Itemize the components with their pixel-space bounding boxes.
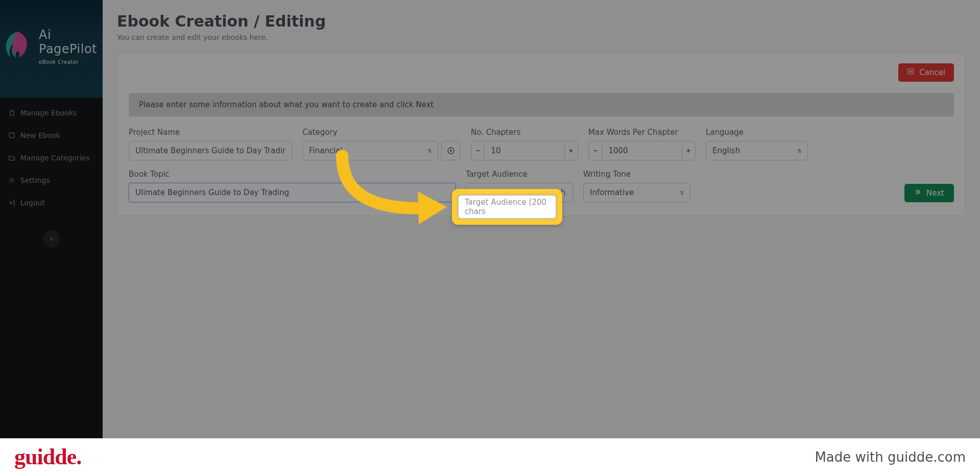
guidde-brand: guidde. [14,444,81,470]
label-writing-tone: Writing Tone [583,170,690,179]
guidde-footer: guidde. Made with guidde.com [0,438,980,475]
maxwords-input[interactable] [602,141,681,160]
writing-tone-select[interactable] [583,183,690,202]
next-button-wrap: Next [701,184,954,202]
guidde-made-with: Made with guidde.com [815,449,966,465]
sidebar-item-label: Manage Categories [20,154,90,162]
page-title: Ebook Creation / Editing [117,12,966,30]
label-target-audience: Target Audience [466,170,573,179]
label-book-topic: Book Topic [129,170,456,179]
book-topic-input[interactable] [129,183,456,202]
category-select[interactable] [302,141,438,160]
field-language: Language ⇅ [706,128,808,160]
label-language: Language [706,128,808,137]
project-name-input[interactable] [129,141,292,160]
field-category: Category ⇅ [302,128,461,160]
maxwords-increment-button[interactable] [682,141,696,160]
chapters-increment-button[interactable] [564,141,578,160]
sidebar-item-logout[interactable]: Logout [0,192,103,214]
next-button[interactable]: Next [904,184,954,202]
sidebar: Ai PagePilot eBook Creator Manage Ebooks… [0,0,103,475]
folder-icon [8,154,15,161]
label-project-name: Project Name [129,128,292,137]
sidebar-item-label: New Ebook [20,131,60,139]
cancel-icon [907,68,914,77]
add-category-button[interactable] [441,141,461,160]
field-book-topic: Book Topic [129,170,456,202]
field-no-chapters: No. Chapters [471,128,578,160]
page-subtitle: You can create and edit your ebooks here… [117,33,966,41]
field-target-audience: Target Audience [466,170,573,202]
svg-point-1 [11,179,13,181]
target-audience-input[interactable] [466,183,573,202]
swirl-icon [0,29,36,65]
sidebar-item-manage-categories[interactable]: Manage Categories [0,147,103,169]
language-select[interactable] [706,141,808,160]
creation-card: Cancel Please enter some information abo… [117,53,966,216]
clipboard-icon [8,109,15,116]
sidebar-item-manage-ebooks[interactable]: Manage Ebooks [0,102,103,124]
chapters-input[interactable] [485,141,564,160]
sidebar-item-label: Manage Ebooks [20,109,77,117]
cancel-label: Cancel [919,68,945,77]
form-row-1: Project Name Category ⇅ [129,128,954,160]
app-root: Ai PagePilot eBook Creator Manage Ebooks… [0,0,980,475]
collapse-sidebar-button[interactable] [43,230,60,248]
label-category: Category [302,128,461,137]
svg-rect-0 [10,110,14,116]
chapters-decrement-button[interactable] [471,141,485,160]
maxwords-decrement-button[interactable] [588,141,602,160]
main-content: Ebook Creation / Editing You can create … [103,0,980,475]
form-row-2: Book Topic Target Audience Writing Tone … [129,170,954,202]
gear-icon [8,177,15,184]
label-max-words: Max Words Per Chapter [588,128,696,137]
sidebar-nav: Manage Ebooks New Ebook Manage Categorie… [0,98,103,218]
book-icon [8,132,15,139]
sidebar-item-new-ebook[interactable]: New Ebook [0,124,103,147]
field-max-words: Max Words Per Chapter [588,128,696,160]
brand-name: Ai PagePilot [39,28,103,56]
info-strip: Please enter some information about what… [129,93,954,116]
sidebar-item-label: Settings [20,176,50,184]
brand-logo: Ai PagePilot eBook Creator [0,0,103,98]
label-no-chapters: No. Chapters [471,128,578,137]
field-project-name: Project Name [129,128,292,160]
double-chevron-right-icon [914,188,921,198]
logout-icon [8,199,15,206]
next-label: Next [926,188,944,198]
cancel-button[interactable]: Cancel [898,63,954,82]
field-writing-tone: Writing Tone ⇅ [583,170,690,202]
sidebar-item-settings[interactable]: Settings [0,169,103,192]
brand-sub: eBook Creator [39,59,79,65]
sidebar-item-label: Logout [20,199,45,207]
